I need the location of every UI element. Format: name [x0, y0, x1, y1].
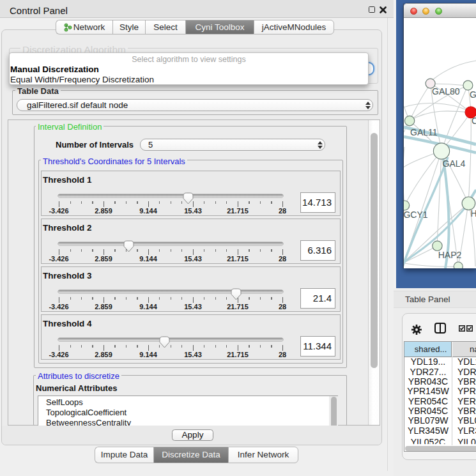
svg-text:GAL4: GAL4 — [443, 158, 466, 169]
svg-text:GCY1: GCY1 — [404, 210, 428, 220]
svg-text:CYC8: CYC8 — [472, 116, 476, 126]
svg-text:GAL11: GAL11 — [410, 127, 438, 137]
svg-text:HAP2: HAP2 — [438, 250, 462, 260]
svg-text:GAL80: GAL80 — [432, 86, 460, 96]
svg-text:GAL2: GAL2 — [470, 89, 476, 100]
svg-text:HIS4: HIS4 — [471, 208, 476, 219]
